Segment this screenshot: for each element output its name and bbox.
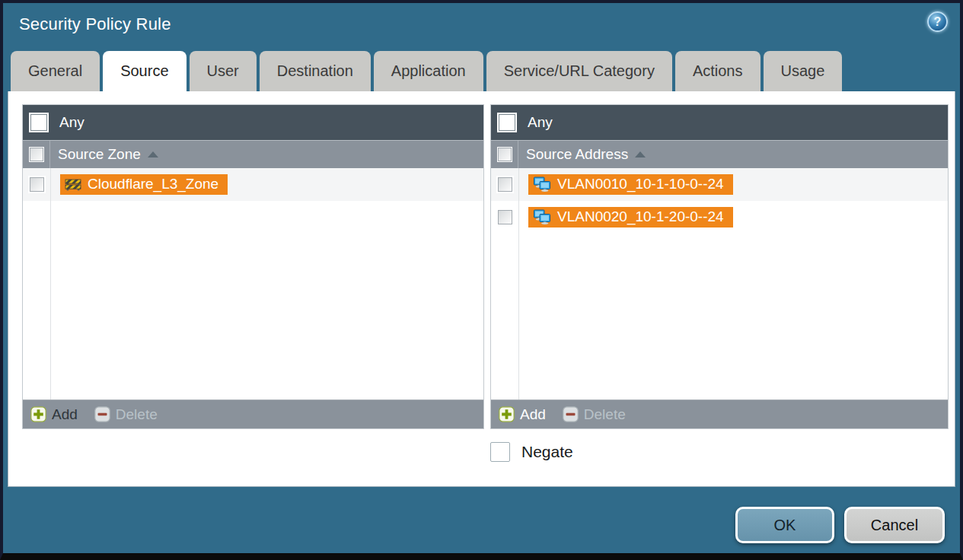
- source-address-panel: Any Source Address: [490, 104, 949, 429]
- address-icon: [533, 209, 551, 224]
- plus-icon: [30, 406, 46, 422]
- source-address-select-all-checkbox[interactable]: [498, 148, 512, 161]
- source-address-any-header: Any: [491, 105, 948, 140]
- tab-destination[interactable]: Destination: [260, 51, 371, 91]
- negate-label: Negate: [521, 443, 573, 461]
- tab-actions[interactable]: Actions: [675, 51, 761, 91]
- source-address-delete-button[interactable]: Delete: [563, 406, 626, 423]
- column-divider: [518, 168, 519, 399]
- source-address-select-all-cell: [491, 141, 518, 168]
- help-icon[interactable]: ?: [927, 11, 948, 32]
- security-policy-rule-dialog: Security Policy Rule ? General Source Us…: [0, 0, 963, 560]
- source-zone-column-label: Source Zone: [58, 146, 141, 163]
- minus-icon: [94, 406, 110, 422]
- source-address-column-header[interactable]: Source Address: [491, 140, 948, 168]
- source-address-add-button[interactable]: Add: [499, 406, 546, 423]
- delete-button-label: Delete: [116, 406, 158, 423]
- minus-icon: [563, 406, 579, 422]
- source-address-column-label: Source Address: [526, 146, 628, 163]
- dialog-title: Security Policy Rule: [19, 14, 171, 34]
- source-address-item[interactable]: VLAN0010_10-1-10-0--24: [528, 174, 733, 195]
- table-row: Cloudflare_L3_Zone: [23, 168, 483, 201]
- tab-bar: General Source User Destination Applicat…: [11, 51, 842, 91]
- source-zone-any-label: Any: [59, 114, 85, 131]
- table-row: VLAN0010_10-1-10-0--24: [491, 168, 948, 201]
- source-zone-list: Cloudflare_L3_Zone: [23, 168, 483, 399]
- source-zone-column-header[interactable]: Source Zone: [23, 140, 483, 168]
- source-zone-item[interactable]: Cloudflare_L3_Zone: [60, 174, 228, 195]
- source-zone-add-button[interactable]: Add: [30, 406, 78, 423]
- sort-ascending-icon: [148, 151, 158, 158]
- tab-source[interactable]: Source: [103, 51, 186, 91]
- source-zone-row-checkbox[interactable]: [30, 177, 44, 192]
- source-zone-footer: Add Delete: [23, 399, 483, 428]
- source-zone-any-header: Any: [23, 105, 483, 140]
- source-address-row-checkbox[interactable]: [498, 210, 512, 224]
- tab-application[interactable]: Application: [374, 51, 483, 91]
- source-zone-select-all-checkbox[interactable]: [30, 148, 43, 161]
- source-address-any-checkbox[interactable]: [499, 114, 515, 131]
- address-icon: [533, 177, 551, 192]
- tab-usage[interactable]: Usage: [764, 51, 843, 91]
- source-address-list: VLAN0010_10-1-10-0--24: [491, 168, 948, 399]
- title-bar: Security Policy Rule ?: [3, 3, 960, 47]
- cancel-button[interactable]: Cancel: [844, 507, 945, 543]
- ok-button[interactable]: OK: [735, 507, 834, 543]
- source-address-item[interactable]: VLAN0020_10-1-20-0--24: [528, 207, 733, 228]
- delete-button-label: Delete: [584, 406, 626, 423]
- table-row: VLAN0020_10-1-20-0--24: [491, 201, 948, 234]
- source-address-footer: Add Delete: [491, 399, 948, 428]
- add-button-label: Add: [520, 406, 546, 423]
- source-zone-select-all-cell: [23, 141, 50, 168]
- source-address-any-label: Any: [528, 114, 553, 131]
- source-address-item-label: VLAN0010_10-1-10-0--24: [557, 176, 724, 192]
- tab-general[interactable]: General: [11, 51, 100, 91]
- tab-user[interactable]: User: [190, 51, 257, 91]
- add-button-label: Add: [52, 406, 78, 423]
- tab-service-url-category[interactable]: Service/URL Category: [486, 51, 672, 91]
- sort-ascending-icon: [635, 151, 646, 158]
- source-address-item-label: VLAN0020_10-1-20-0--24: [557, 208, 724, 225]
- negate-checkbox[interactable]: [490, 442, 510, 462]
- source-address-row-checkbox[interactable]: [498, 177, 512, 192]
- source-zone-item-label: Cloudflare_L3_Zone: [88, 176, 218, 192]
- source-zone-any-checkbox[interactable]: [30, 114, 47, 131]
- plus-icon: [499, 406, 515, 422]
- negate-row: Negate: [490, 442, 573, 462]
- zone-icon: [65, 177, 81, 191]
- source-zone-panel: Any Source Zone: [22, 104, 484, 429]
- source-zone-delete-button[interactable]: Delete: [94, 406, 158, 423]
- column-divider: [50, 168, 51, 399]
